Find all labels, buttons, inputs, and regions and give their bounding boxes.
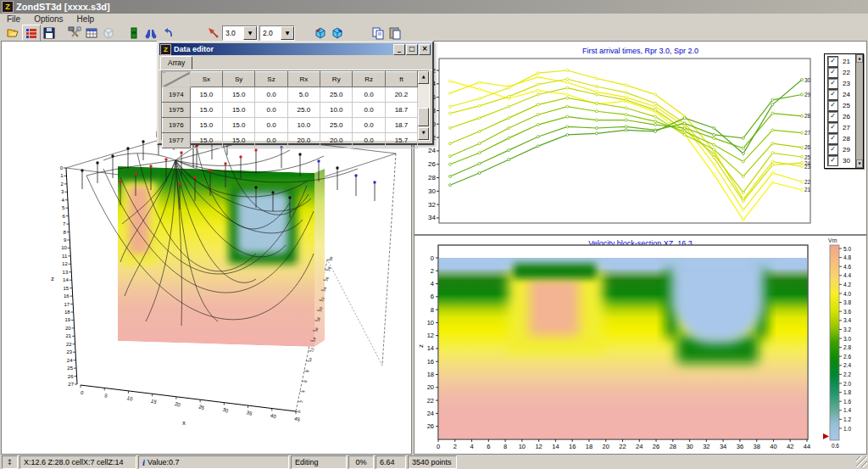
dialog-close-button[interactable]: × <box>419 44 431 55</box>
table-cell[interactable]: 5.0 <box>287 87 320 103</box>
table-cell[interactable]: 0.0 <box>255 87 287 103</box>
table-cell[interactable]: 15.0 <box>223 103 255 118</box>
table-cell[interactable]: 15.0 <box>190 133 222 148</box>
legend-checkbox[interactable]: ✓ <box>828 101 837 110</box>
spr-combo[interactable]: 2.0 ▼ <box>259 25 295 41</box>
legend-checkbox[interactable]: ✓ <box>828 57 837 66</box>
table-cell[interactable]: 0.0 <box>255 133 287 148</box>
table-cell[interactable]: 10.0 <box>320 103 353 118</box>
svg-text:28: 28 <box>670 443 676 450</box>
column-header-Ry[interactable]: Ry <box>320 72 353 87</box>
arrival-times-chart[interactable]: 1214161820222426283032342122232425262728… <box>415 42 866 234</box>
table-cell[interactable]: 0.0 <box>353 87 385 103</box>
table-calculator-button[interactable] <box>83 25 100 41</box>
column-header-Rz[interactable]: Rz <box>353 72 385 87</box>
svg-text:20: 20 <box>65 326 71 331</box>
open-file-button[interactable] <box>5 25 22 41</box>
row-header[interactable]: 1977 <box>163 133 191 148</box>
legend-checkbox[interactable]: ✓ <box>828 156 837 165</box>
table-cell[interactable]: 20.0 <box>320 133 353 148</box>
legend-scroll-up-icon[interactable]: ▲ <box>856 54 863 63</box>
app-icon: Z <box>2 1 14 13</box>
velocity-section-chart[interactable]: 0246810121416182022242628303234363840424… <box>415 236 866 454</box>
legend-item: ✓28 <box>825 133 855 144</box>
legend-checkbox[interactable]: ✓ <box>828 79 837 88</box>
search-button[interactable] <box>142 25 159 41</box>
column-header-Sy[interactable]: Sy <box>223 72 255 87</box>
table-cell[interactable]: 0.0 <box>255 118 287 133</box>
table-cell[interactable]: 15.0 <box>190 118 222 133</box>
undo-button[interactable] <box>159 25 176 41</box>
svg-text:15: 15 <box>150 399 158 405</box>
dialog-title: Data editor <box>174 45 393 53</box>
save-button[interactable] <box>41 25 58 41</box>
data-editor-button[interactable] <box>22 25 41 42</box>
rpr-combo[interactable]: 3.0 ▼ <box>222 25 258 41</box>
dialog-maximize-button[interactable]: □ <box>406 44 418 55</box>
column-header-Sz[interactable]: Sz <box>255 72 287 87</box>
legend-checkbox[interactable]: ✓ <box>828 112 837 121</box>
dialog-titlebar[interactable]: Z Data editor _ □ × <box>159 43 431 55</box>
window-titlebar[interactable]: Z ZondST3d [xxxx.s3d] <box>0 0 868 14</box>
legend-checkbox[interactable]: ✓ <box>828 68 837 77</box>
ray-marker-button[interactable] <box>205 25 222 41</box>
blue-cube-icon <box>314 26 327 40</box>
copy-button[interactable] <box>370 25 387 41</box>
grid-scroll-up-icon[interactable]: ▲ <box>418 71 429 84</box>
spr-combo-dropdown[interactable]: ▼ <box>281 26 294 40</box>
log-column-button[interactable] <box>125 25 142 41</box>
legend-scroll-down-icon[interactable]: ▼ <box>856 159 863 168</box>
legend-checkbox[interactable]: ✓ <box>828 123 837 132</box>
colorbar-value-marker[interactable] <box>823 433 829 439</box>
cube-view-1-button[interactable] <box>312 25 329 41</box>
row-header[interactable]: 1975 <box>163 103 191 118</box>
table-cell[interactable]: 15.7 <box>385 133 417 148</box>
rpr-combo-dropdown[interactable]: ▼ <box>243 26 257 40</box>
table-cell[interactable]: 0.0 <box>353 103 385 118</box>
column-header-Sx[interactable]: Sx <box>190 72 222 87</box>
menu-file[interactable]: File <box>0 14 27 24</box>
column-header-ft[interactable]: ft <box>385 72 417 87</box>
legend-scrollbar[interactable]: ▲ ▼ <box>855 54 863 168</box>
cube-view-2-button[interactable] <box>329 25 346 41</box>
svg-text:22: 22 <box>804 179 811 185</box>
table-cell[interactable]: 18.7 <box>385 118 417 133</box>
paste-button[interactable] <box>387 25 403 41</box>
grid-scroll-thumb[interactable] <box>418 108 429 126</box>
statusbar-value: i Value:0.7 <box>138 455 289 469</box>
table-cell[interactable]: 10.0 <box>287 118 320 133</box>
table-cell[interactable]: 0.0 <box>353 118 385 133</box>
table-cell[interactable]: 18.7 <box>385 103 417 118</box>
menu-options[interactable]: Options <box>27 14 70 24</box>
table-cell[interactable]: 15.0 <box>190 103 222 118</box>
table-cell[interactable]: 15.0 <box>223 133 255 148</box>
legend-checkbox[interactable]: ✓ <box>828 90 837 99</box>
table-cell[interactable]: 20.2 <box>385 87 417 103</box>
tab-array[interactable]: Array <box>160 56 192 70</box>
table-cell[interactable]: 25.0 <box>320 87 353 103</box>
menu-help[interactable]: Help <box>70 14 102 24</box>
svg-text:45: 45 <box>294 416 302 422</box>
table-cell[interactable]: 0.0 <box>255 103 287 118</box>
model-cube-button[interactable] <box>100 25 117 41</box>
tools-button[interactable] <box>66 25 83 41</box>
colorbar: Vm5.04.84.64.44.24.03.83.63.43.23.02.82.… <box>823 237 851 449</box>
column-header-Rx[interactable]: Rx <box>287 72 320 87</box>
grid-scroll-down-icon[interactable]: ▼ <box>418 127 429 140</box>
table-cell[interactable]: 20.0 <box>287 133 320 148</box>
table-cell[interactable]: 0.0 <box>353 133 385 148</box>
table-cell[interactable]: 15.0 <box>190 87 222 103</box>
resize-grip[interactable] <box>856 456 867 467</box>
legend-checkbox[interactable]: ✓ <box>828 145 837 154</box>
table-cell[interactable]: 25.0 <box>287 103 320 118</box>
table-cell[interactable]: 25.0 <box>320 118 353 133</box>
dialog-minimize-button[interactable]: _ <box>393 44 405 55</box>
table-cell[interactable]: 15.0 <box>223 87 255 103</box>
svg-text:x: x <box>182 420 186 426</box>
data-table[interactable]: SxSySzRxRyRzft197415.015.00.05.025.00.02… <box>162 71 418 148</box>
grid-scrollbar[interactable]: ▲ ▼ <box>418 71 429 140</box>
row-header[interactable]: 1976 <box>163 118 191 133</box>
table-cell[interactable]: 15.0 <box>223 118 255 133</box>
row-header[interactable]: 1974 <box>163 87 191 103</box>
legend-checkbox[interactable]: ✓ <box>828 134 837 143</box>
